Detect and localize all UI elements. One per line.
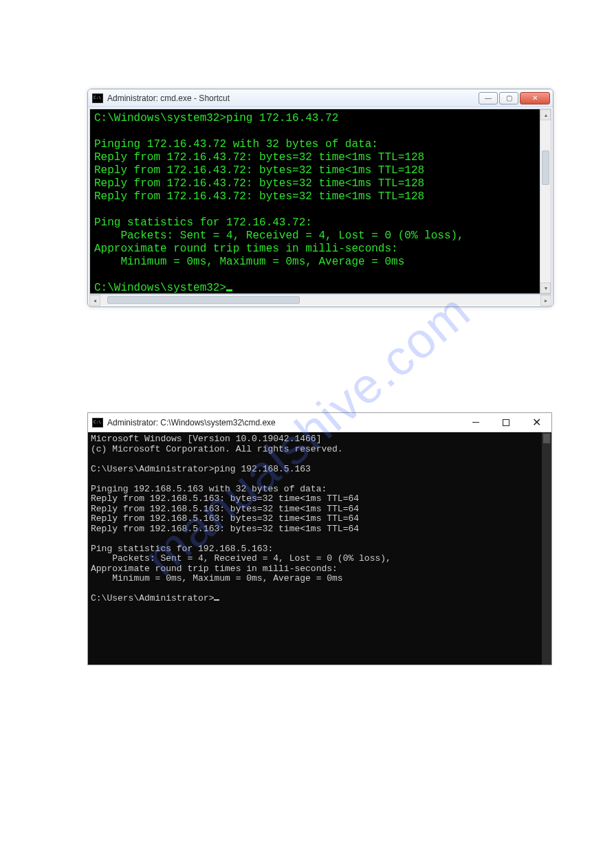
- console-output-2[interactable]: Microsoft Windows [Version 10.0.19042.14…: [88, 432, 551, 665]
- console-prompt: C:\Windows\system32>: [94, 282, 226, 294]
- console-line: C:\Users\Administrator>ping 192.168.5.16…: [91, 464, 311, 474]
- console-line: Minimum = 0ms, Maximum = 0ms, Average = …: [91, 573, 343, 583]
- minimize-button[interactable]: [461, 413, 491, 432]
- window-title-1: Administrator: cmd.exe - Shortcut: [107, 93, 477, 103]
- cursor-icon: [214, 599, 219, 601]
- console-line: Packets: Sent = 4, Received = 4, Lost = …: [94, 230, 464, 242]
- console-line: Microsoft Windows [Version 10.0.19042.14…: [91, 434, 321, 444]
- console-prompt: C:\Users\Administrator>: [91, 593, 214, 603]
- console-line: Reply from 192.168.5.163: bytes=32 time<…: [91, 493, 359, 504]
- console-line: Reply from 172.16.43.72: bytes=32 time<1…: [94, 190, 424, 203]
- maximize-button[interactable]: [491, 413, 521, 432]
- cmd-window-2: Administrator: C:\Windows\system32\cmd.e…: [87, 412, 552, 665]
- console-line: Reply from 192.168.5.163: bytes=32 time<…: [91, 524, 359, 534]
- close-button[interactable]: ✕: [520, 92, 550, 104]
- console-line: Approximate round trip times in milli-se…: [94, 243, 398, 255]
- console-line: C:\Windows\system32>ping 172.16.43.72: [94, 112, 338, 124]
- console-line: Minimum = 0ms, Maximum = 0ms, Average = …: [94, 256, 404, 268]
- cmd-icon: [92, 418, 103, 427]
- titlebar-1[interactable]: Administrator: cmd.exe - Shortcut — ▢ ✕: [88, 89, 553, 107]
- scroll-right-button[interactable]: ▸: [540, 295, 551, 306]
- console-line: Ping statistics for 192.168.5.163:: [91, 544, 273, 554]
- cmd-window-1: Administrator: cmd.exe - Shortcut — ▢ ✕ …: [87, 89, 553, 307]
- maximize-button[interactable]: ▢: [499, 92, 518, 104]
- scroll-left-button[interactable]: ◂: [89, 295, 100, 306]
- console-line: Packets: Sent = 4, Received = 4, Lost = …: [91, 553, 391, 564]
- cmd-icon: [92, 93, 103, 103]
- scroll-up-button[interactable]: ▴: [540, 109, 551, 120]
- close-button[interactable]: ✕: [521, 413, 551, 432]
- scroll-thumb[interactable]: [107, 296, 300, 304]
- console-line: Reply from 172.16.43.72: bytes=32 time<1…: [94, 177, 424, 190]
- scroll-down-button[interactable]: ▾: [540, 282, 551, 293]
- console-line: Reply from 192.168.5.163: bytes=32 time<…: [91, 504, 359, 514]
- console-line: Reply from 172.16.43.72: bytes=32 time<1…: [94, 164, 424, 177]
- console-output-1[interactable]: C:\Windows\system32>ping 172.16.43.72 Pi…: [89, 109, 551, 294]
- minimize-button[interactable]: —: [479, 92, 498, 104]
- console-line: (c) Microsoft Corporation. All rights re…: [91, 444, 343, 454]
- horizontal-scrollbar[interactable]: ◂ ▸: [89, 294, 551, 305]
- console-line: Reply from 192.168.5.163: bytes=32 time<…: [91, 513, 359, 524]
- console-line: Pinging 172.16.43.72 with 32 bytes of da…: [94, 138, 378, 151]
- scroll-thumb[interactable]: [542, 151, 549, 185]
- cursor-icon: [226, 289, 232, 291]
- window-title-2: Administrator: C:\Windows\system32\cmd.e…: [107, 418, 461, 427]
- vertical-scrollbar[interactable]: ▴ ▾: [540, 109, 551, 293]
- titlebar-2[interactable]: Administrator: C:\Windows\system32\cmd.e…: [88, 413, 551, 432]
- console-line: Pinging 192.168.5.163 with 32 bytes of d…: [91, 484, 327, 494]
- console-line: Reply from 172.16.43.72: bytes=32 time<1…: [94, 151, 424, 164]
- scroll-thumb[interactable]: [543, 434, 550, 443]
- vertical-scrollbar[interactable]: [542, 432, 551, 665]
- console-line: Approximate round trip times in milli-se…: [91, 564, 338, 574]
- console-line: Ping statistics for 172.16.43.72:: [94, 216, 312, 229]
